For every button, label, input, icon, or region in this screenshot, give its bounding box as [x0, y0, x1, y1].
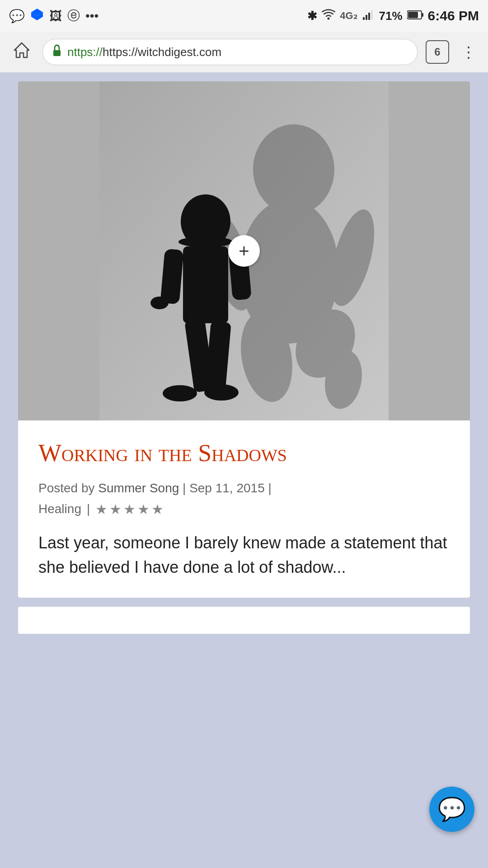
wifi-icon — [322, 9, 335, 24]
chat-icon: 💬 — [438, 796, 466, 822]
signal-bars: 4G₂ — [340, 10, 357, 22]
svg-rect-7 — [371, 10, 373, 20]
url-text: nttps://https://witchdigest.com — [67, 45, 221, 59]
article-image: + — [18, 81, 470, 420]
bluetooth-icon: ✱ — [307, 9, 317, 23]
svg-point-30 — [150, 297, 169, 309]
meta-separator3: | — [87, 502, 90, 516]
clock: 6:46 PM — [428, 8, 479, 24]
svg-rect-9 — [422, 13, 423, 17]
dropbox-icon — [30, 8, 44, 24]
star-3: ★ — [123, 501, 136, 517]
star-1: ★ — [95, 501, 108, 517]
battery-percentage: 71% — [379, 9, 403, 23]
svg-point-22 — [178, 236, 233, 247]
svg-rect-12 — [53, 50, 61, 56]
chat-button[interactable]: 💬 — [429, 787, 474, 832]
star-2: ★ — [109, 501, 122, 517]
article-title: Working in the Shadows — [38, 439, 450, 468]
article-card: + Working in the Shadows Posted by Summe… — [18, 81, 470, 598]
article-meta-line1: Posted by Summer Song | Sep 11, 2015 | — [38, 479, 450, 498]
browser-toolbar: nttps://https://witchdigest.com 6 ⋮ — [0, 32, 488, 72]
signal-strength-icon — [362, 8, 375, 24]
article-category[interactable]: Healing — [38, 502, 81, 516]
status-bar: 💬 🖼 ⓔ ••• ✱ 4G₂ — [0, 0, 488, 32]
svg-rect-23 — [183, 246, 228, 323]
article-meta-line2: Healing | ★ ★ ★ ★ ★ — [38, 501, 450, 517]
star-5: ★ — [151, 501, 164, 517]
message-icon: 💬 — [9, 9, 25, 24]
article-content: Working in the Shadows Posted by Summer … — [18, 420, 470, 598]
svg-rect-6 — [368, 13, 370, 20]
svg-marker-11 — [14, 43, 29, 57]
author-name[interactable]: Summer Song — [98, 481, 183, 495]
more-options-button[interactable]: ⋮ — [457, 39, 479, 65]
ereader-icon: ⓔ — [67, 7, 80, 24]
dots-icon: ••• — [85, 9, 99, 23]
svg-point-3 — [328, 17, 330, 19]
expand-image-button[interactable]: + — [228, 235, 260, 267]
svg-rect-5 — [366, 15, 367, 20]
status-icons-right: ✱ 4G₂ 71% — [307, 8, 479, 24]
svg-rect-4 — [363, 17, 365, 20]
battery-icon — [407, 9, 423, 23]
page-wrapper: + Working in the Shadows Posted by Summe… — [0, 72, 488, 643]
posted-by-label: Posted by — [38, 481, 95, 495]
svg-point-28 — [163, 385, 197, 401]
image-icon: 🖼 — [49, 9, 62, 24]
meta-separator2: | — [268, 481, 272, 495]
tabs-button[interactable]: 6 — [426, 40, 449, 64]
meta-separator1: | — [183, 481, 189, 495]
article-rating: ★ ★ ★ ★ ★ — [95, 501, 164, 517]
svg-rect-10 — [408, 12, 418, 18]
star-4: ★ — [137, 501, 150, 517]
status-icons-left: 💬 🖼 ⓔ ••• — [9, 7, 99, 24]
url-bar[interactable]: nttps://https://witchdigest.com — [42, 39, 418, 65]
lock-icon — [52, 44, 62, 60]
next-card-preview — [18, 607, 470, 634]
article-excerpt: Last year, someone I barely knew made a … — [38, 531, 450, 580]
svg-point-29 — [204, 384, 239, 401]
home-button[interactable] — [9, 38, 34, 67]
article-date: Sep 11, 2015 — [189, 481, 265, 495]
